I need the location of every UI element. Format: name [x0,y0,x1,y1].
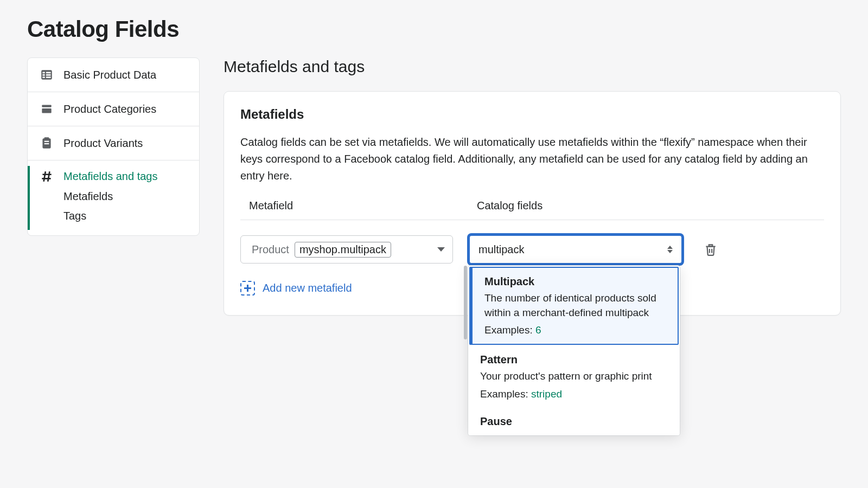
catalog-field-dropdown: Multipack The number of identical produc… [468,266,680,435]
column-catalog: Catalog fields [477,200,815,212]
metafield-row: Product myshop.multipack multipack [240,220,824,265]
svg-line-16 [48,171,49,181]
panel-title: Metafields and tags [224,57,841,76]
sidebar-item-product-categories[interactable]: Product Categories [28,92,199,126]
trash-icon[interactable] [704,242,718,256]
svg-rect-2 [46,72,51,74]
dropdown-option-multipack[interactable]: Multipack The number of identical produc… [469,267,679,345]
scope-label: Product [252,243,289,256]
sidebar-subitem-tags[interactable]: Tags [63,206,187,226]
option-title: Pause [480,415,668,428]
sidebar: Basic Product Data Product Categories Pr… [27,57,200,236]
dropdown-option-pause[interactable]: Pause [468,408,680,435]
sidebar-group-title: Metafields and tags [63,170,157,183]
main-panel: Metafields and tags Metafields Catalog f… [224,57,841,316]
clipboard-icon [40,136,54,150]
svg-rect-3 [42,74,44,76]
section-description: Catalog fields can be set via metafields… [240,134,824,184]
option-example-value: 6 [535,324,541,336]
metafield-key-pill: myshop.multipack [295,242,391,258]
sidebar-subitem-metafields[interactable]: Metafields [63,187,187,206]
sidebar-item-product-variants[interactable]: Product Variants [28,126,199,160]
option-description: The number of identical products sold wi… [484,291,666,320]
svg-rect-5 [42,76,44,78]
svg-rect-10 [44,137,49,139]
sidebar-item-label: Basic Product Data [63,69,156,81]
catalog-field-value: multipack [478,243,524,256]
svg-rect-7 [42,105,51,107]
svg-rect-4 [46,74,51,76]
metafield-input[interactable]: Product myshop.multipack [240,235,453,264]
option-example-value: striped [531,388,562,400]
option-title: Multipack [484,275,666,288]
catalog-field-select[interactable]: multipack [468,234,683,265]
chevron-down-icon [437,247,445,252]
select-updown-icon [667,246,673,253]
option-example-label: Examples: [484,324,535,336]
stack-icon [40,102,54,116]
sidebar-item-label: Product Categories [63,103,156,115]
sidebar-item-basic-product-data[interactable]: Basic Product Data [28,58,199,92]
svg-rect-8 [42,108,51,113]
hash-icon [40,169,54,183]
dropdown-option-pattern[interactable]: Pattern Your product's pattern or graphi… [468,346,680,408]
page-title: Catalog Fields [27,16,841,42]
metafields-card: Metafields Catalog fields can be set via… [224,91,841,316]
table-icon [40,68,54,82]
sidebar-item-metafields-tags[interactable]: Metafields and tags Metafields Tags [28,160,199,235]
column-metafield: Metafield [249,200,477,212]
add-metafield-label: Add new metafield [263,282,352,294]
svg-line-15 [44,171,46,181]
svg-rect-1 [42,72,44,74]
section-title: Metafields [240,107,824,122]
sidebar-item-label: Product Variants [63,137,143,150]
option-description: Your product's pattern or graphic print [480,369,668,384]
svg-rect-12 [44,143,49,144]
scrollbar[interactable] [464,266,467,339]
svg-rect-6 [46,76,51,78]
svg-rect-11 [44,141,49,142]
table-header: Metafield Catalog fields [240,200,824,220]
option-example-label: Examples: [480,388,531,400]
plus-dashed-icon [240,281,255,296]
option-title: Pattern [480,354,668,366]
